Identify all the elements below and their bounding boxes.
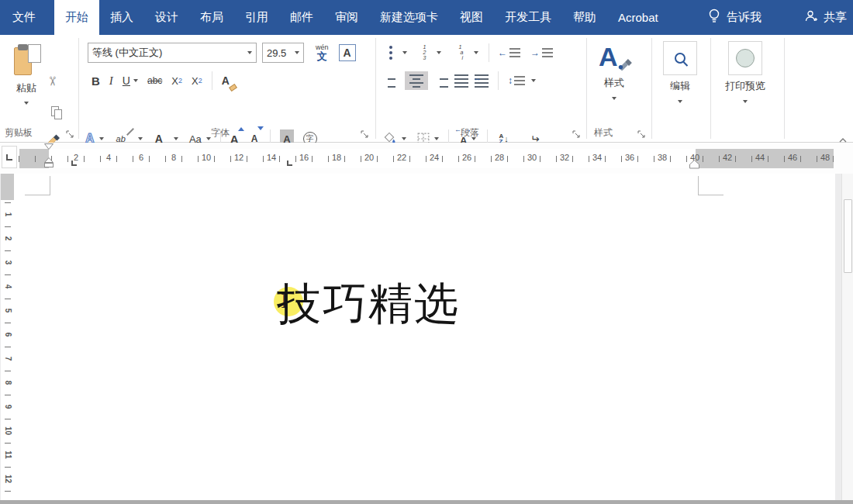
clear-formatting-button[interactable]: A bbox=[222, 71, 230, 90]
phonetic-hanzi-text: 文 bbox=[317, 51, 327, 61]
print-preview-button[interactable]: 打印预览 bbox=[725, 41, 765, 103]
first-line-indent-marker[interactable] bbox=[44, 143, 54, 150]
tab-developer[interactable]: 开发工具 bbox=[494, 0, 562, 35]
font-name-combo[interactable]: 等线 (中文正文) bbox=[88, 43, 257, 63]
align-left-button[interactable] bbox=[385, 71, 399, 90]
strikethrough-button[interactable]: abc bbox=[147, 71, 162, 90]
justify-button[interactable] bbox=[454, 71, 468, 90]
tab-home[interactable]: 开始 bbox=[54, 0, 99, 35]
copy-icon[interactable] bbox=[51, 106, 64, 119]
align-right-button[interactable] bbox=[434, 71, 448, 90]
vertical-scrollbar[interactable] bbox=[841, 174, 853, 500]
font-color-dropdown-arrow[interactable] bbox=[174, 137, 178, 140]
font-dialog-launcher[interactable] bbox=[361, 129, 370, 139]
underline-dropdown-arrow[interactable] bbox=[133, 79, 138, 82]
numbering-dropdown-arrow[interactable] bbox=[437, 51, 441, 54]
h-ruler-number: 38 bbox=[656, 153, 668, 162]
vertical-ruler[interactable]: 123456789101112 bbox=[1, 174, 14, 500]
h-ruler-tick bbox=[279, 156, 280, 162]
subscript-x: X bbox=[171, 75, 178, 87]
phonetic-guide-button[interactable]: wén 文 bbox=[316, 43, 329, 62]
tab-mailings[interactable]: 邮件 bbox=[279, 0, 324, 35]
h-ruler-tick bbox=[409, 156, 410, 162]
h-ruler-number: 6 bbox=[135, 153, 147, 162]
highlight-dropdown-arrow[interactable] bbox=[138, 137, 143, 140]
v-ruler-tick bbox=[5, 467, 11, 468]
collapse-ribbon-icon[interactable] bbox=[839, 133, 847, 139]
paste-button[interactable]: 粘贴 bbox=[6, 43, 47, 136]
tab-references[interactable]: 引用 bbox=[234, 0, 279, 35]
hanging-indent-marker[interactable] bbox=[44, 157, 54, 168]
character-border-button[interactable]: A bbox=[339, 44, 356, 61]
decrease-indent-button[interactable]: ← bbox=[498, 43, 520, 62]
bold-button[interactable]: B bbox=[92, 71, 100, 90]
multilevel-list-button[interactable]: 1 a i bbox=[453, 43, 470, 62]
borders-dropdown-arrow[interactable] bbox=[434, 137, 439, 140]
h-ruler-number: 42 bbox=[721, 153, 734, 162]
distribute-button[interactable]: ↔ bbox=[475, 71, 489, 90]
document-page[interactable]: I 技巧精选 bbox=[14, 174, 835, 500]
subscript-button[interactable]: X2 bbox=[171, 71, 182, 90]
numbering-button[interactable]: 1 2 3 bbox=[419, 43, 433, 62]
print-preview-dropdown-arrow[interactable] bbox=[743, 100, 748, 103]
paste-dropdown-arrow[interactable] bbox=[24, 102, 29, 105]
tab-layout[interactable]: 布局 bbox=[189, 0, 234, 35]
line-spacing-button[interactable]: ↕ bbox=[508, 71, 525, 90]
tell-me-label: 告诉我 bbox=[727, 10, 761, 25]
scrollbar-thumb[interactable] bbox=[844, 199, 852, 273]
ribbon-tabs: 文件开始插入设计布局引用邮件审阅新建选项卡视图开发工具帮助Acrobat bbox=[0, 0, 669, 35]
text-effects-dropdown-arrow[interactable] bbox=[99, 137, 104, 140]
editing-button[interactable]: 编辑 bbox=[663, 41, 697, 103]
h-ruler-tick bbox=[589, 156, 589, 162]
font-size-dropdown-arrow[interactable] bbox=[295, 51, 299, 54]
italic-button[interactable]: I bbox=[109, 71, 113, 90]
editing-iconbox bbox=[663, 41, 697, 75]
align-center-button[interactable] bbox=[405, 71, 428, 90]
increase-indent-button[interactable]: → bbox=[530, 43, 553, 62]
tab-review[interactable]: 审阅 bbox=[324, 0, 369, 35]
font-name-dropdown-arrow[interactable] bbox=[247, 51, 252, 54]
v-ruler-number: 7 bbox=[4, 354, 12, 364]
v-ruler-tick bbox=[5, 371, 11, 371]
share-button[interactable]: 共享 bbox=[804, 9, 847, 26]
font-size-combo[interactable]: 29.5 bbox=[262, 43, 304, 63]
v-ruler-number: 2 bbox=[4, 233, 12, 244]
cut-icon[interactable]: ✂ bbox=[46, 76, 58, 86]
editing-dropdown-arrow[interactable] bbox=[678, 100, 682, 103]
v-ruler-tick bbox=[5, 443, 11, 444]
styles-dropdown-arrow[interactable] bbox=[612, 97, 616, 100]
tab-help[interactable]: 帮助 bbox=[562, 0, 607, 35]
tab-stop-marker-2[interactable] bbox=[287, 161, 292, 166]
tab-design[interactable]: 设计 bbox=[144, 0, 189, 35]
v-ruler-tick bbox=[5, 419, 11, 419]
bullets-button[interactable] bbox=[385, 43, 399, 62]
tab-new-tab[interactable]: 新建选项卡 bbox=[369, 0, 449, 35]
tell-me-button[interactable]: 告诉我 bbox=[708, 9, 761, 26]
right-indent-marker[interactable] bbox=[689, 160, 699, 169]
paragraph-dialog-launcher[interactable] bbox=[572, 129, 582, 139]
tab-stop-marker[interactable] bbox=[71, 161, 77, 166]
styles-group-label: 样式 bbox=[594, 126, 613, 140]
line-spacing-dropdown-arrow[interactable] bbox=[531, 79, 536, 82]
tab-selector[interactable] bbox=[2, 146, 17, 168]
change-case-dropdown-arrow[interactable] bbox=[206, 137, 211, 140]
styles-button[interactable]: A 样式 bbox=[599, 41, 630, 100]
shading-dropdown-arrow[interactable] bbox=[402, 137, 406, 140]
tab-insert[interactable]: 插入 bbox=[99, 0, 144, 35]
h-ruler-tick bbox=[670, 156, 671, 162]
bullets-dropdown-arrow[interactable] bbox=[402, 51, 407, 54]
document-title-text[interactable]: 技巧精选 bbox=[277, 274, 460, 334]
superscript-button[interactable]: X2 bbox=[192, 71, 202, 90]
underline-button[interactable]: U bbox=[123, 71, 130, 90]
multilevel-dropdown-arrow[interactable] bbox=[474, 51, 478, 54]
h-ruler-number: 34 bbox=[591, 153, 603, 162]
v-ruler-tick bbox=[5, 395, 11, 395]
horizontal-ruler[interactable]: 2468101214161820222426283032343638404244… bbox=[19, 149, 834, 168]
h-ruler-number: 20 bbox=[363, 153, 375, 162]
tab-view[interactable]: 视图 bbox=[449, 0, 494, 35]
clipboard-dialog-launcher[interactable] bbox=[66, 129, 75, 139]
tab-file[interactable]: 文件 bbox=[0, 0, 48, 35]
styles-dialog-launcher[interactable] bbox=[637, 129, 647, 139]
h-ruler-tick bbox=[686, 156, 687, 162]
tab-acrobat[interactable]: Acrobat bbox=[607, 0, 669, 35]
